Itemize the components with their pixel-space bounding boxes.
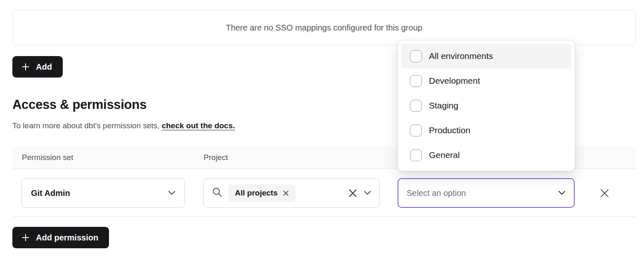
project-tag[interactable]: All projects: [228, 184, 296, 202]
page-title: Access & permissions: [12, 97, 147, 112]
dropdown-option-label: General: [429, 150, 460, 160]
add-sso-mapping-button[interactable]: Add: [12, 56, 63, 78]
dropdown-option-label: Staging: [429, 101, 458, 111]
add-permission-button-label: Add permission: [36, 233, 98, 243]
sso-empty-message: There are no SSO mappings configured for…: [226, 23, 422, 33]
column-header-permission-set: Permission set: [12, 153, 203, 162]
plus-icon: [21, 233, 31, 243]
dropdown-option-label: All environments: [429, 51, 493, 61]
checkbox-unchecked[interactable]: [410, 125, 422, 137]
permission-set-select[interactable]: Git Admin: [21, 178, 185, 208]
permission-row: Git Admin All projects: [12, 169, 636, 217]
environment-placeholder: Select an option: [407, 188, 466, 198]
clear-selection-icon[interactable]: [348, 188, 358, 198]
group-settings-page: There are no SSO mappings configured for…: [0, 0, 644, 259]
chevron-down-icon: [364, 189, 371, 197]
permission-set-value: Git Admin: [31, 188, 70, 198]
checkbox-unchecked[interactable]: [410, 75, 422, 87]
subtitle-text: To learn more about dbt's permission set…: [12, 121, 159, 130]
dropdown-option-production[interactable]: Production: [401, 118, 571, 143]
dropdown-option-all-environments[interactable]: All environments: [401, 44, 571, 68]
project-multiselect[interactable]: All projects: [203, 178, 380, 208]
checkbox-unchecked[interactable]: [410, 100, 422, 112]
environment-dropdown-menu: All environments Development Staging Pro…: [398, 40, 575, 171]
chevron-down-icon: [558, 189, 566, 197]
checkbox-unchecked[interactable]: [410, 50, 422, 62]
add-button-label: Add: [36, 62, 52, 72]
environment-select[interactable]: Select an option: [398, 178, 575, 208]
plus-icon: [21, 62, 31, 72]
add-permission-button[interactable]: Add permission: [12, 227, 109, 248]
project-tag-label: All projects: [235, 188, 277, 198]
section-subtitle: To learn more about dbt's permission set…: [12, 121, 235, 130]
dropdown-option-staging[interactable]: Staging: [401, 93, 571, 118]
dropdown-option-label: Development: [429, 76, 480, 86]
remove-permission-row-icon[interactable]: [599, 187, 610, 199]
docs-link[interactable]: check out the docs.: [162, 121, 235, 130]
dropdown-option-general[interactable]: General: [401, 143, 571, 167]
dropdown-option-development[interactable]: Development: [401, 68, 571, 93]
dropdown-option-label: Production: [429, 125, 470, 135]
column-header-project: Project: [203, 153, 398, 162]
checkbox-unchecked[interactable]: [410, 149, 422, 161]
chevron-down-icon: [168, 189, 175, 197]
tag-remove-icon[interactable]: [283, 190, 289, 196]
search-icon: [212, 187, 223, 199]
